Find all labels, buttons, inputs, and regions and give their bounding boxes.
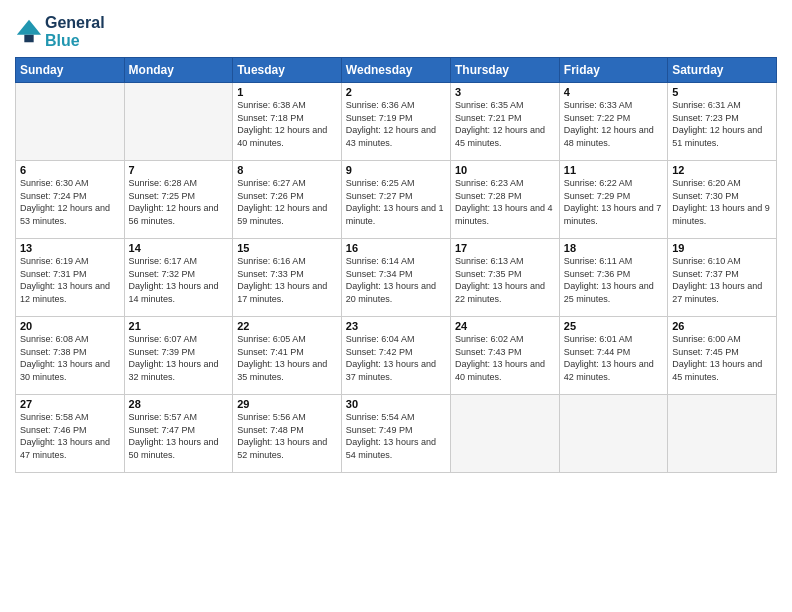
weekday-thursday: Thursday	[450, 58, 559, 83]
day-info: Sunrise: 6:16 AM Sunset: 7:33 PM Dayligh…	[237, 255, 337, 305]
day-number: 7	[129, 164, 229, 176]
day-number: 15	[237, 242, 337, 254]
calendar-cell: 27Sunrise: 5:58 AM Sunset: 7:46 PM Dayli…	[16, 395, 125, 473]
day-number: 8	[237, 164, 337, 176]
day-info: Sunrise: 6:28 AM Sunset: 7:25 PM Dayligh…	[129, 177, 229, 227]
day-number: 3	[455, 86, 555, 98]
calendar-cell: 19Sunrise: 6:10 AM Sunset: 7:37 PM Dayli…	[668, 239, 777, 317]
day-number: 5	[672, 86, 772, 98]
logo: General Blue	[15, 14, 105, 49]
calendar-cell: 21Sunrise: 6:07 AM Sunset: 7:39 PM Dayli…	[124, 317, 233, 395]
calendar-cell: 1Sunrise: 6:38 AM Sunset: 7:18 PM Daylig…	[233, 83, 342, 161]
day-info: Sunrise: 5:57 AM Sunset: 7:47 PM Dayligh…	[129, 411, 229, 461]
day-number: 22	[237, 320, 337, 332]
day-info: Sunrise: 6:17 AM Sunset: 7:32 PM Dayligh…	[129, 255, 229, 305]
calendar-cell: 28Sunrise: 5:57 AM Sunset: 7:47 PM Dayli…	[124, 395, 233, 473]
calendar-week-row: 6Sunrise: 6:30 AM Sunset: 7:24 PM Daylig…	[16, 161, 777, 239]
main-container: General Blue SundayMondayTuesdayWednesda…	[0, 0, 792, 483]
day-number: 9	[346, 164, 446, 176]
weekday-wednesday: Wednesday	[341, 58, 450, 83]
day-number: 28	[129, 398, 229, 410]
calendar-week-row: 27Sunrise: 5:58 AM Sunset: 7:46 PM Dayli…	[16, 395, 777, 473]
calendar-cell: 5Sunrise: 6:31 AM Sunset: 7:23 PM Daylig…	[668, 83, 777, 161]
day-number: 2	[346, 86, 446, 98]
calendar-cell: 10Sunrise: 6:23 AM Sunset: 7:28 PM Dayli…	[450, 161, 559, 239]
day-number: 10	[455, 164, 555, 176]
calendar-cell: 22Sunrise: 6:05 AM Sunset: 7:41 PM Dayli…	[233, 317, 342, 395]
svg-rect-1	[24, 34, 33, 41]
day-number: 1	[237, 86, 337, 98]
day-number: 30	[346, 398, 446, 410]
calendar-cell: 15Sunrise: 6:16 AM Sunset: 7:33 PM Dayli…	[233, 239, 342, 317]
weekday-sunday: Sunday	[16, 58, 125, 83]
svg-marker-0	[17, 19, 41, 34]
calendar-week-row: 1Sunrise: 6:38 AM Sunset: 7:18 PM Daylig…	[16, 83, 777, 161]
calendar-cell: 14Sunrise: 6:17 AM Sunset: 7:32 PM Dayli…	[124, 239, 233, 317]
calendar-cell	[450, 395, 559, 473]
calendar-cell	[124, 83, 233, 161]
day-info: Sunrise: 5:58 AM Sunset: 7:46 PM Dayligh…	[20, 411, 120, 461]
header: General Blue	[15, 10, 777, 49]
calendar-cell: 2Sunrise: 6:36 AM Sunset: 7:19 PM Daylig…	[341, 83, 450, 161]
calendar-cell: 30Sunrise: 5:54 AM Sunset: 7:49 PM Dayli…	[341, 395, 450, 473]
weekday-saturday: Saturday	[668, 58, 777, 83]
calendar-cell: 23Sunrise: 6:04 AM Sunset: 7:42 PM Dayli…	[341, 317, 450, 395]
day-info: Sunrise: 6:35 AM Sunset: 7:21 PM Dayligh…	[455, 99, 555, 149]
day-number: 21	[129, 320, 229, 332]
day-number: 20	[20, 320, 120, 332]
calendar-cell: 9Sunrise: 6:25 AM Sunset: 7:27 PM Daylig…	[341, 161, 450, 239]
day-info: Sunrise: 6:25 AM Sunset: 7:27 PM Dayligh…	[346, 177, 446, 227]
day-number: 6	[20, 164, 120, 176]
calendar-cell: 16Sunrise: 6:14 AM Sunset: 7:34 PM Dayli…	[341, 239, 450, 317]
day-info: Sunrise: 6:22 AM Sunset: 7:29 PM Dayligh…	[564, 177, 663, 227]
logo-text: General Blue	[45, 14, 105, 49]
day-info: Sunrise: 6:05 AM Sunset: 7:41 PM Dayligh…	[237, 333, 337, 383]
day-number: 11	[564, 164, 663, 176]
day-info: Sunrise: 6:20 AM Sunset: 7:30 PM Dayligh…	[672, 177, 772, 227]
weekday-header-row: SundayMondayTuesdayWednesdayThursdayFrid…	[16, 58, 777, 83]
calendar-cell: 17Sunrise: 6:13 AM Sunset: 7:35 PM Dayli…	[450, 239, 559, 317]
calendar-cell: 25Sunrise: 6:01 AM Sunset: 7:44 PM Dayli…	[559, 317, 667, 395]
day-info: Sunrise: 5:54 AM Sunset: 7:49 PM Dayligh…	[346, 411, 446, 461]
calendar-table: SundayMondayTuesdayWednesdayThursdayFrid…	[15, 57, 777, 473]
day-number: 18	[564, 242, 663, 254]
day-number: 13	[20, 242, 120, 254]
day-number: 17	[455, 242, 555, 254]
day-info: Sunrise: 6:07 AM Sunset: 7:39 PM Dayligh…	[129, 333, 229, 383]
day-number: 25	[564, 320, 663, 332]
day-number: 14	[129, 242, 229, 254]
weekday-tuesday: Tuesday	[233, 58, 342, 83]
day-number: 4	[564, 86, 663, 98]
weekday-monday: Monday	[124, 58, 233, 83]
day-info: Sunrise: 6:04 AM Sunset: 7:42 PM Dayligh…	[346, 333, 446, 383]
day-number: 29	[237, 398, 337, 410]
calendar-cell	[668, 395, 777, 473]
day-info: Sunrise: 6:36 AM Sunset: 7:19 PM Dayligh…	[346, 99, 446, 149]
day-info: Sunrise: 6:14 AM Sunset: 7:34 PM Dayligh…	[346, 255, 446, 305]
weekday-friday: Friday	[559, 58, 667, 83]
calendar-week-row: 20Sunrise: 6:08 AM Sunset: 7:38 PM Dayli…	[16, 317, 777, 395]
day-number: 19	[672, 242, 772, 254]
day-info: Sunrise: 6:11 AM Sunset: 7:36 PM Dayligh…	[564, 255, 663, 305]
calendar-cell: 3Sunrise: 6:35 AM Sunset: 7:21 PM Daylig…	[450, 83, 559, 161]
logo-icon	[15, 18, 43, 46]
day-info: Sunrise: 6:31 AM Sunset: 7:23 PM Dayligh…	[672, 99, 772, 149]
calendar-week-row: 13Sunrise: 6:19 AM Sunset: 7:31 PM Dayli…	[16, 239, 777, 317]
calendar-cell	[16, 83, 125, 161]
day-info: Sunrise: 6:23 AM Sunset: 7:28 PM Dayligh…	[455, 177, 555, 227]
day-number: 12	[672, 164, 772, 176]
day-info: Sunrise: 6:10 AM Sunset: 7:37 PM Dayligh…	[672, 255, 772, 305]
day-info: Sunrise: 6:19 AM Sunset: 7:31 PM Dayligh…	[20, 255, 120, 305]
day-info: Sunrise: 6:27 AM Sunset: 7:26 PM Dayligh…	[237, 177, 337, 227]
calendar-cell: 24Sunrise: 6:02 AM Sunset: 7:43 PM Dayli…	[450, 317, 559, 395]
calendar-cell: 7Sunrise: 6:28 AM Sunset: 7:25 PM Daylig…	[124, 161, 233, 239]
calendar-cell	[559, 395, 667, 473]
day-number: 24	[455, 320, 555, 332]
calendar-cell: 26Sunrise: 6:00 AM Sunset: 7:45 PM Dayli…	[668, 317, 777, 395]
day-info: Sunrise: 6:01 AM Sunset: 7:44 PM Dayligh…	[564, 333, 663, 383]
day-number: 23	[346, 320, 446, 332]
day-info: Sunrise: 5:56 AM Sunset: 7:48 PM Dayligh…	[237, 411, 337, 461]
calendar-cell: 6Sunrise: 6:30 AM Sunset: 7:24 PM Daylig…	[16, 161, 125, 239]
day-info: Sunrise: 6:33 AM Sunset: 7:22 PM Dayligh…	[564, 99, 663, 149]
calendar-cell: 13Sunrise: 6:19 AM Sunset: 7:31 PM Dayli…	[16, 239, 125, 317]
